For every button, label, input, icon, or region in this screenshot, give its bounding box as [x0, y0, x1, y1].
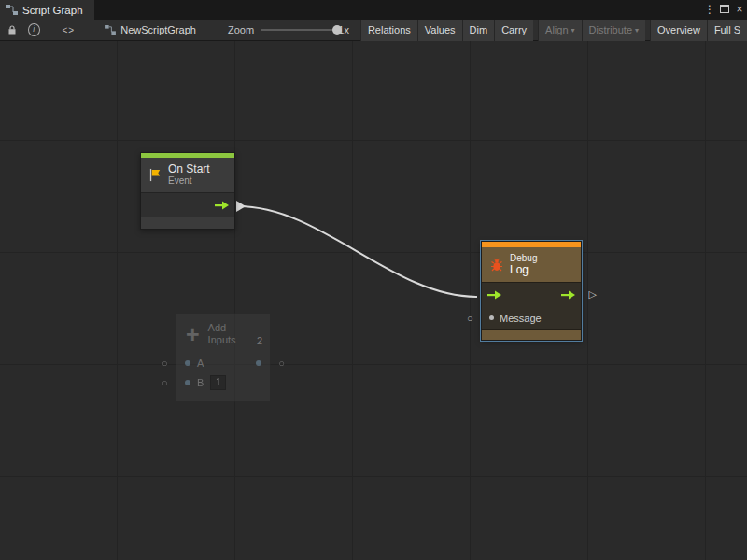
connection-onstart-to-log	[238, 206, 477, 297]
carry-button[interactable]: Carry	[494, 20, 533, 41]
dim-label: Dim	[470, 24, 488, 35]
graph-toolbar: i <> NewScriptGraph Zoom 1x Relations Va…	[0, 20, 747, 41]
tab-title: Script Graph	[22, 5, 83, 16]
caret-down-icon: ▾	[571, 26, 575, 35]
control-output-marker-icon[interactable]: ▷	[589, 288, 597, 301]
maximize-glyph	[720, 5, 729, 13]
node-add-inputs-ghost[interactable]: + Add Inputs 2 ○ A ○ ○ B 1	[176, 313, 271, 402]
overview-button[interactable]: Overview	[650, 20, 707, 41]
node-subtitle: Event	[168, 175, 210, 187]
node-title: On Start	[168, 163, 210, 175]
fullscreen-label: Full S	[714, 24, 740, 35]
message-port-label: Message	[500, 313, 542, 324]
input-a-label: A	[197, 357, 204, 369]
lock-icon[interactable]	[7, 25, 17, 35]
input-b-port-icon[interactable]: ○	[162, 377, 168, 388]
maximize-icon[interactable]	[717, 0, 732, 20]
carry-label: Carry	[501, 24, 527, 35]
distribute-button[interactable]: Distribute ▾	[582, 20, 645, 41]
input-b-dot-icon	[185, 380, 190, 385]
control-input-port[interactable]	[487, 290, 501, 300]
menu-icon[interactable]: ⋮	[702, 0, 717, 20]
control-port-row: ▷	[482, 282, 581, 306]
node-title-line1: Add	[208, 322, 236, 334]
values-button[interactable]: Values	[417, 20, 462, 41]
caret-down-icon: ▾	[635, 26, 639, 35]
tab-script-graph[interactable]: Script Graph	[0, 0, 94, 20]
zoom-label: Zoom	[228, 24, 254, 35]
distribute-label: Distribute	[589, 24, 632, 35]
message-input-port-icon[interactable]: ○	[467, 313, 473, 324]
node-header[interactable]: Debug Log	[482, 247, 581, 282]
zoom-slider-track[interactable]	[261, 29, 333, 31]
graph-name: NewScriptGraph	[120, 24, 196, 35]
input-a-port-icon[interactable]: ○	[162, 357, 168, 369]
node-title-line2: Inputs	[208, 334, 236, 346]
inputs-count[interactable]: 2	[257, 335, 262, 346]
lock-glyph	[7, 25, 17, 35]
connection-start-arrow	[236, 201, 246, 212]
graph-breadcrumb[interactable]: NewScriptGraph	[105, 24, 196, 35]
node-title: Log	[510, 264, 537, 276]
connection-wires	[0, 41, 747, 560]
input-row-b: ○ B 1	[176, 372, 270, 392]
output-a-port-icon[interactable]: ○	[278, 357, 285, 369]
node-header[interactable]: On Start Event	[141, 158, 234, 192]
input-a-dot-icon	[185, 360, 190, 366]
node-on-start[interactable]: On Start Event	[140, 152, 235, 230]
values-label: Values	[425, 24, 456, 35]
title-bar: Script Graph ⋮ ×	[0, 0, 747, 20]
toolbar-buttons: Relations Values Dim Carry Align ▾ Distr…	[360, 20, 747, 41]
fullscreen-button[interactable]: Full S	[707, 20, 747, 41]
overview-label: Overview	[657, 24, 700, 35]
close-icon[interactable]: ×	[732, 0, 747, 20]
plus-icon: +	[186, 325, 200, 343]
node-footer	[141, 217, 234, 229]
input-b-label: B	[197, 377, 204, 388]
zoom-slider-handle[interactable]	[332, 25, 342, 35]
output-a-dot-icon	[256, 360, 261, 366]
node-header[interactable]: + Add Inputs 2	[176, 314, 270, 353]
control-port-row	[141, 192, 234, 217]
window-controls: ⋮ ×	[702, 0, 747, 20]
message-value-dot-icon	[489, 315, 494, 320]
bug-icon	[489, 258, 504, 273]
zoom-slider[interactable]	[261, 24, 333, 35]
control-output-port[interactable]	[561, 290, 575, 300]
relations-button[interactable]: Relations	[360, 20, 417, 41]
graph-canvas[interactable]: On Start Event Debug Log	[0, 41, 747, 560]
dim-button[interactable]: Dim	[462, 20, 495, 41]
align-button[interactable]: Align ▾	[538, 20, 581, 41]
node-debug-log[interactable]: Debug Log ▷ ○ Message	[481, 241, 582, 341]
info-icon[interactable]: i	[28, 23, 40, 36]
script-graph-icon	[6, 5, 18, 15]
node-footer	[482, 329, 581, 340]
edit-code-icon[interactable]: <>	[63, 25, 76, 35]
input-b-value-field[interactable]: 1	[210, 375, 226, 390]
message-port-row: ○ Message	[482, 306, 581, 329]
control-output-port[interactable]	[215, 201, 229, 210]
input-row-a: ○ A ○	[176, 353, 270, 372]
relations-label: Relations	[368, 24, 411, 35]
align-label: Align	[545, 24, 568, 35]
flag-icon	[148, 168, 162, 182]
graph-asset-icon	[105, 25, 116, 35]
